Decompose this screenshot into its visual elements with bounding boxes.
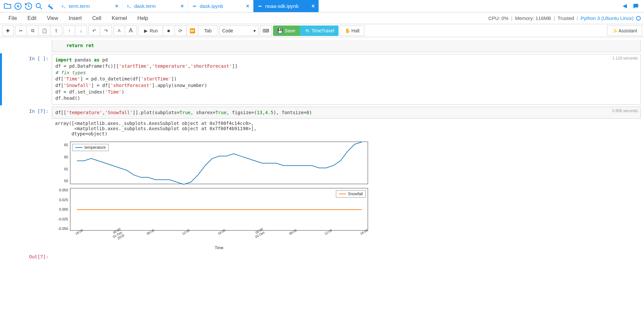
cpu-status: CPU: 0%: [488, 15, 508, 21]
cut-button[interactable]: ✂: [15, 26, 27, 36]
code-editor[interactable]: 1.118 secondsimport pandas as pd df = pd…: [52, 54, 641, 105]
jupyter-icon: [257, 4, 263, 9]
tab-button[interactable]: Tab: [198, 26, 218, 36]
tab-noaa-sdk-ipynb[interactable]: noaa-sdk.ipynb ×: [253, 0, 319, 12]
stop-icon: ■: [166, 28, 171, 33]
move-up-button[interactable]: ↑: [64, 26, 75, 36]
cell-timing: 1.118 seconds: [612, 56, 638, 61]
restart-button[interactable]: ⟳: [175, 26, 187, 36]
chart-output: 65605550 temperature 0.0500.0250.000-0.0…: [52, 138, 641, 250]
menu-cell[interactable]: Cell: [87, 13, 107, 23]
menu-kernel[interactable]: Kernel: [106, 13, 132, 23]
menu-insert[interactable]: Insert: [64, 13, 87, 23]
menu-view[interactable]: View: [42, 13, 63, 23]
stop-button[interactable]: ■: [163, 26, 175, 36]
right-icon-group: [619, 3, 643, 10]
run-all-button[interactable]: ⏩: [187, 26, 198, 36]
scissors-icon: ✂: [18, 28, 24, 33]
save-button[interactable]: 💾Save: [273, 26, 300, 36]
x-axis-label: Time: [70, 246, 368, 250]
cell-type-select[interactable]: Code ▾: [219, 26, 259, 36]
top-icon-group: [1, 2, 56, 10]
clipboard-icon: 📋: [42, 28, 47, 33]
code-editor[interactable]: return ret: [52, 40, 641, 52]
close-icon[interactable]: ×: [115, 3, 118, 9]
cell-timing: 0.956 seconds: [612, 108, 638, 114]
notebook-area[interactable]: return ret In [ ]: 1.118 secondsimport p…: [0, 37, 644, 267]
memory-status: Memory: 116MB: [515, 15, 551, 21]
svg-point-1: [36, 3, 40, 8]
menubar: File Edit View Insert Cell Kernel Help C…: [0, 12, 644, 24]
copy-icon: ⧉: [30, 28, 35, 33]
plus-circle-icon[interactable]: [14, 2, 22, 10]
history-icon: ⟲: [304, 28, 310, 33]
redo-icon: ↷: [103, 28, 109, 33]
trusted-status[interactable]: Trusted: [558, 15, 574, 21]
code-cell-2[interactable]: In [7]: 0.956 secondsdf[['temperature','…: [0, 106, 644, 251]
run-button[interactable]: ▶ Run: [138, 26, 163, 36]
play-icon: ▶: [143, 28, 148, 33]
magic-icon: ✨: [612, 28, 617, 33]
keyboard-icon: ⌨: [263, 28, 268, 33]
refresh-icon: ⟳: [178, 28, 183, 33]
menu-edit[interactable]: Edit: [22, 13, 42, 23]
terminal-icon: [61, 4, 66, 9]
cell-prompt: In [7]:: [16, 107, 52, 250]
action-toolbar: ✚ ✂ ⧉ 📋 ⇪ ↑ ↓ ↶ ↷ A A ▶ Run ■ ⟳ ⏩ Tab Co…: [0, 24, 644, 37]
tab-label: dask.term: [134, 3, 178, 9]
search-icon[interactable]: [35, 2, 43, 10]
menu-file[interactable]: File: [3, 13, 22, 23]
format-button[interactable]: ⇪: [50, 26, 62, 36]
output-prompt-row: Out[7]:: [0, 251, 644, 260]
terminal-icon: [126, 4, 132, 9]
close-icon[interactable]: ×: [181, 3, 184, 9]
status-bar: CPU: 0% | Memory: 116MB | Trusted | Pyth…: [488, 15, 641, 21]
fast-forward-icon: ⏩: [190, 28, 195, 33]
copy-button[interactable]: ⧉: [27, 26, 39, 36]
halt-button[interactable]: ✋ Halt: [340, 26, 364, 36]
redo-button[interactable]: ↷: [100, 26, 112, 36]
move-down-button[interactable]: ↓: [75, 26, 87, 36]
wrench-icon[interactable]: [45, 2, 54, 10]
kernel-status-icon[interactable]: [636, 16, 641, 21]
y-axis-ticks: 65605550: [55, 142, 70, 184]
chat-icon[interactable]: [632, 3, 639, 10]
hand-icon: ✋: [345, 28, 350, 33]
menu-help[interactable]: Help: [132, 13, 154, 23]
top-bar: term.term × dask.term × dask.ipynb × noa…: [0, 0, 644, 12]
insert-cell-button[interactable]: ✚: [2, 26, 14, 36]
close-icon[interactable]: ×: [312, 3, 315, 9]
timetravel-button[interactable]: ⟲TimeTravel: [300, 26, 339, 36]
plot-temperature: temperature: [70, 142, 368, 184]
paste-button[interactable]: 📋: [39, 26, 50, 36]
code-editor[interactable]: 0.956 secondsdf[['temperature','Snowfall…: [52, 107, 641, 119]
close-icon[interactable]: ×: [246, 3, 249, 9]
jupyter-icon: [192, 4, 197, 9]
y-axis-ticks: 0.0500.0250.000-0.025-0.050: [55, 188, 70, 231]
arrow-down-icon: ↓: [79, 28, 84, 33]
tab-dask-ipynb[interactable]: dask.ipynb ×: [188, 0, 253, 12]
tab-dask-term[interactable]: dask.term ×: [122, 0, 188, 12]
cell-prompt: [16, 40, 52, 52]
history-icon[interactable]: [24, 2, 33, 10]
megaphone-icon[interactable]: [622, 3, 630, 10]
font-smaller-button[interactable]: A: [113, 26, 125, 36]
out-prompt: Out[7]:: [16, 252, 52, 259]
kernel-name[interactable]: Python 3 (Ubuntu Linux): [580, 15, 634, 21]
sitemap-icon: ⇪: [54, 28, 59, 33]
font-larger-button[interactable]: A: [125, 26, 137, 36]
chevron-down-icon: ▾: [253, 28, 256, 33]
code-cell-1[interactable]: In [ ]: 1.118 secondsimport pandas as pd…: [0, 53, 644, 105]
assistant-button[interactable]: ✨ Assistant: [607, 26, 642, 36]
tab-strip: term.term × dask.term × dask.ipynb × noa…: [57, 0, 619, 12]
x-axis-ticks: 18:0000:00 01-Dec 201806:0012:0018:0000:…: [70, 231, 368, 245]
tab-label: term.term: [69, 3, 113, 9]
keyboard-button[interactable]: ⌨: [260, 26, 272, 36]
undo-icon: ↶: [92, 28, 97, 33]
code-cell-prev[interactable]: return ret: [0, 39, 644, 53]
arrow-up-icon: ↑: [67, 28, 72, 33]
folder-open-icon[interactable]: [3, 2, 12, 10]
tab-label: dask.ipynb: [200, 3, 244, 9]
tab-term-term[interactable]: term.term ×: [57, 0, 122, 12]
undo-button[interactable]: ↶: [88, 26, 100, 36]
